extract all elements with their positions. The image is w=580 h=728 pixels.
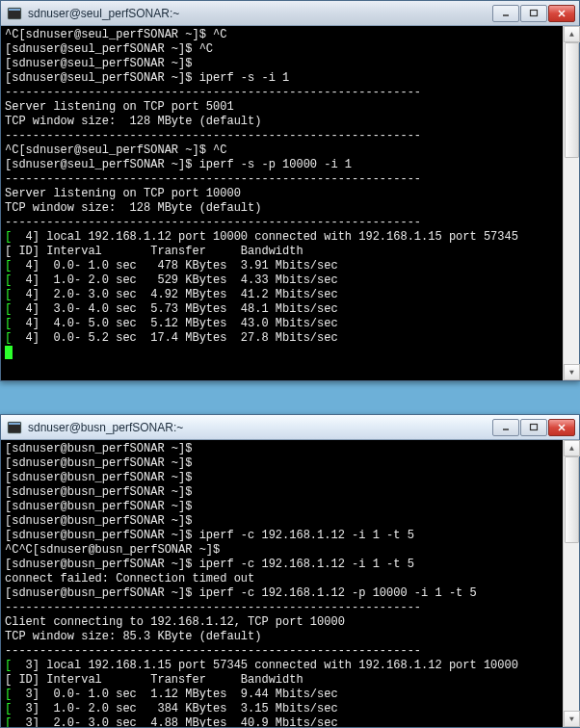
terminal-line: [ 4] 2.0- 3.0 sec 4.92 MBytes 41.2 Mbits… <box>5 288 559 302</box>
terminal-line: [ 3] 1.0- 2.0 sec 384 KBytes 3.15 Mbits/… <box>5 702 559 716</box>
close-button[interactable] <box>548 419 575 436</box>
window-title: sdnuser@seul_perfSONAR:~ <box>28 7 491 20</box>
terminal-line: [sdnuser@busn_perfSONAR ~]$ <box>5 485 559 500</box>
terminal-icon <box>7 6 22 21</box>
terminal-line: [ 4] 1.0- 2.0 sec 529 KBytes 4.33 Mbits/… <box>5 273 559 288</box>
titlebar[interactable]: sdnuser@busn_perfSONAR:~ <box>1 415 579 440</box>
scrollbar[interactable]: ▲ ▼ <box>563 26 579 380</box>
terminal-line: ----------------------------------------… <box>5 644 559 659</box>
terminal-line: [sdnuser@busn_perfSONAR ~]$ <box>5 500 559 514</box>
terminal-line: ^C^C[sdnuser@busn_perfSONAR ~]$ <box>5 543 559 558</box>
scrollbar-thumb[interactable] <box>565 456 579 543</box>
terminal-line: [sdnuser@busn_perfSONAR ~]$ iperf -c 192… <box>5 586 559 601</box>
terminal-line: [sdnuser@seul_perfSONAR ~]$ iperf -s -p … <box>5 158 559 172</box>
svg-rect-7 <box>531 424 538 429</box>
terminal-line: TCP window size: 128 MByte (default) <box>5 201 559 216</box>
scrollbar-thumb[interactable] <box>565 42 579 158</box>
scrollbar[interactable]: ▲ ▼ <box>563 440 579 727</box>
terminal-line: ----------------------------------------… <box>5 129 559 143</box>
terminal-line: ----------------------------------------… <box>5 216 559 230</box>
terminal-line: [sdnuser@busn_perfSONAR ~]$ iperf -c 192… <box>5 558 559 572</box>
terminal-line: ^C[sdnuser@seul_perfSONAR ~]$ ^C <box>5 28 559 42</box>
terminal-output[interactable]: [sdnuser@busn_perfSONAR ~]$ [sdnuser@bus… <box>1 440 563 727</box>
scroll-down-button[interactable]: ▼ <box>564 711 580 727</box>
terminal-line: ----------------------------------------… <box>5 172 559 187</box>
terminal-line: [sdnuser@busn_perfSONAR ~]$ iperf -c 192… <box>5 529 559 543</box>
terminal-line: Server listening on TCP port 5001 <box>5 100 559 115</box>
terminal-line: Client connecting to 192.168.1.12, TCP p… <box>5 615 559 630</box>
terminal-line: [ ID] Interval Transfer Bandwidth <box>5 673 559 688</box>
svg-rect-1 <box>9 9 20 11</box>
terminal-line: [ 3] local 192.168.1.15 port 57345 conne… <box>5 659 559 673</box>
terminal-line: [sdnuser@seul_perfSONAR ~]$ <box>5 57 559 71</box>
terminal-window-busn: sdnuser@busn_perfSONAR:~ [sdnuser@busn_p… <box>0 414 580 728</box>
terminal-output[interactable]: ^C[sdnuser@seul_perfSONAR ~]$ ^C[sdnuser… <box>1 26 563 380</box>
window-controls <box>491 5 575 22</box>
terminal-line: connect failed: Connection timed out <box>5 572 559 586</box>
scroll-up-button[interactable]: ▲ <box>564 26 580 42</box>
terminal-line: [ 4] 0.0- 5.2 sec 17.4 MBytes 27.8 Mbits… <box>5 331 559 346</box>
terminal-window-seul: sdnuser@seul_perfSONAR:~ ^C[sdnuser@seul… <box>0 0 580 381</box>
terminal-line: ^C[sdnuser@seul_perfSONAR ~]$ ^C <box>5 143 559 158</box>
terminal-line: [ ID] Interval Transfer Bandwidth <box>5 245 559 259</box>
terminal-line: [ 3] 2.0- 3.0 sec 4.88 MBytes 40.9 Mbits… <box>5 716 559 727</box>
svg-rect-3 <box>531 10 538 15</box>
maximize-button[interactable] <box>520 419 547 436</box>
scroll-down-button[interactable]: ▼ <box>564 364 580 380</box>
terminal-line: ----------------------------------------… <box>5 601 559 615</box>
svg-rect-5 <box>9 423 20 425</box>
scroll-up-button[interactable]: ▲ <box>564 440 580 456</box>
minimize-button[interactable] <box>492 419 519 436</box>
terminal-line: [sdnuser@busn_perfSONAR ~]$ <box>5 514 559 529</box>
terminal-line: [ 3] 0.0- 1.0 sec 1.12 MBytes 9.44 Mbits… <box>5 688 559 702</box>
terminal-line: Server listening on TCP port 10000 <box>5 187 559 201</box>
terminal-line: [ 4] 4.0- 5.0 sec 5.12 MBytes 43.0 Mbits… <box>5 317 559 331</box>
terminal-line: TCP window size: 85.3 KByte (default) <box>5 630 559 644</box>
terminal-line: [ 4] 0.0- 1.0 sec 478 KBytes 3.91 Mbits/… <box>5 259 559 273</box>
minimize-button[interactable] <box>492 5 519 22</box>
terminal-line: [ 4] local 192.168.1.12 port 10000 conne… <box>5 230 559 245</box>
terminal-line: [ 4] 3.0- 4.0 sec 5.73 MBytes 48.1 Mbits… <box>5 302 559 317</box>
close-button[interactable] <box>548 5 575 22</box>
window-title: sdnuser@busn_perfSONAR:~ <box>28 421 491 434</box>
terminal-line: [sdnuser@busn_perfSONAR ~]$ <box>5 471 559 485</box>
terminal-line: [sdnuser@busn_perfSONAR ~]$ <box>5 442 559 456</box>
terminal-icon <box>7 420 22 435</box>
terminal-line: [sdnuser@seul_perfSONAR ~]$ ^C <box>5 42 559 57</box>
maximize-button[interactable] <box>520 5 547 22</box>
terminal-line: [sdnuser@seul_perfSONAR ~]$ iperf -s -i … <box>5 71 559 86</box>
titlebar[interactable]: sdnuser@seul_perfSONAR:~ <box>1 1 579 26</box>
terminal-line: TCP window size: 128 MByte (default) <box>5 115 559 129</box>
terminal-line: [sdnuser@busn_perfSONAR ~]$ <box>5 456 559 471</box>
window-controls <box>491 419 575 436</box>
terminal-line: ----------------------------------------… <box>5 86 559 100</box>
